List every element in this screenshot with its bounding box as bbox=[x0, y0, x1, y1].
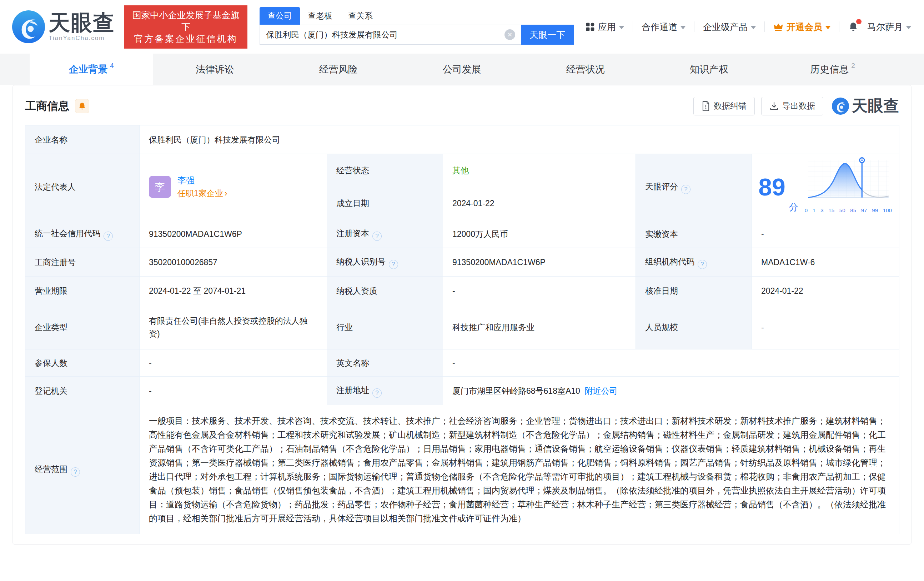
tab-label: 历史信息 bbox=[810, 63, 849, 76]
data-correction-label: 数据纠错 bbox=[714, 100, 747, 111]
insured-count-value: - bbox=[140, 349, 327, 377]
insured-count-label: 参保人数 bbox=[25, 349, 140, 377]
taxpayer-quality-value: - bbox=[443, 276, 636, 305]
business-term-value: 2024-01-22 至 2074-01-21 bbox=[140, 276, 327, 305]
username: 马尔萨月 bbox=[867, 21, 903, 33]
tab-intellectual-property[interactable]: 知识产权 bbox=[647, 54, 771, 85]
search-input-wrap: ✕ bbox=[259, 25, 521, 45]
notification-bell-button[interactable] bbox=[848, 22, 859, 32]
legal-rep-companies-link[interactable]: 任职1家企业 › bbox=[177, 188, 227, 199]
nav-divider bbox=[694, 22, 695, 32]
paid-capital-value: - bbox=[752, 220, 899, 248]
notification-dot bbox=[856, 19, 861, 24]
nav-vip-label: 开通会员 bbox=[787, 21, 822, 33]
taxpayer-id-value: 91350200MADA1C1W6P bbox=[443, 248, 636, 276]
certification-badge: 国家中小企业发展子基金旗下 官方备案企业征信机构 bbox=[124, 5, 248, 49]
nav-user-menu[interactable]: 马尔萨月 bbox=[867, 21, 911, 33]
company-tabbar: 企业背景 4 法律诉讼 经营风险 公司发展 经营状况 知识产权 历史信息 2 bbox=[0, 54, 924, 85]
page-header: 天眼查 TianYanCha.com 国家中小企业发展子基金旗下 官方备案企业征… bbox=[0, 0, 924, 54]
score-label-text: 天眼评分 bbox=[645, 182, 678, 191]
company-name-label: 企业名称 bbox=[25, 126, 140, 154]
tab-label: 经营风险 bbox=[319, 63, 358, 76]
nav-partner-channel[interactable]: 合作通道 bbox=[642, 21, 685, 33]
badge-line2: 官方备案企业征信机构 bbox=[129, 33, 243, 45]
tab-company-background[interactable]: 企业背景 4 bbox=[30, 54, 153, 85]
legal-rep-avatar[interactable]: 李 bbox=[149, 176, 171, 198]
legal-rep-cell: 李 李强 任职1家企业 › bbox=[140, 154, 327, 220]
approval-date-value: 2024-01-22 bbox=[752, 276, 899, 305]
nav-enterprise-products[interactable]: 企业级产品 bbox=[703, 21, 756, 33]
tab-label: 知识产权 bbox=[690, 63, 728, 76]
chevron-down-icon bbox=[619, 26, 624, 29]
reg-authority-value: - bbox=[140, 377, 327, 405]
tab-legal-litigation[interactable]: 法律诉讼 bbox=[153, 54, 277, 85]
staff-size-label: 人员规模 bbox=[636, 305, 752, 349]
help-icon[interactable]: ? bbox=[104, 232, 113, 241]
section-title: 工商信息 bbox=[25, 99, 69, 114]
tab-label: 法律诉讼 bbox=[196, 63, 234, 76]
reg-address-label: 注册地址? bbox=[327, 377, 443, 405]
tab-label: 企业背景 bbox=[69, 63, 107, 76]
tab-operational-risk[interactable]: 经营风险 bbox=[277, 54, 400, 85]
nearby-companies-link[interactable]: 附近公司 bbox=[585, 386, 618, 396]
bell-icon bbox=[78, 102, 86, 111]
org-code-label: 组织机构代码? bbox=[636, 248, 752, 276]
business-term-label: 营业期限 bbox=[25, 276, 140, 305]
data-correction-button[interactable]: 数据纠错 bbox=[693, 97, 755, 116]
export-data-button[interactable]: 导出数据 bbox=[761, 97, 823, 116]
tab-company-development[interactable]: 公司发展 bbox=[400, 54, 524, 85]
watermark-text: 天眼查 bbox=[852, 95, 899, 116]
score-value: 89 bbox=[758, 174, 785, 199]
tab-label: 经营状况 bbox=[566, 63, 605, 76]
score-axis-labels: 0131550859799100 bbox=[805, 204, 892, 217]
nav-enterprise-label: 企业级产品 bbox=[703, 21, 747, 33]
paid-capital-label: 实缴资本 bbox=[636, 220, 752, 248]
clear-search-icon[interactable]: ✕ bbox=[505, 29, 515, 40]
reg-authority-label: 登记机关 bbox=[25, 377, 140, 405]
reg-number-label: 工商注册号 bbox=[25, 248, 140, 276]
tianyancha-logo[interactable]: 天眼查 TianYanCha.com bbox=[12, 10, 115, 43]
tianyan-score-cell[interactable]: 89 分 bbox=[752, 154, 899, 220]
chevron-down-icon bbox=[680, 26, 685, 29]
help-icon[interactable]: ? bbox=[681, 185, 690, 194]
search-tab-relation[interactable]: 查关系 bbox=[340, 7, 381, 25]
monitor-bell-button[interactable] bbox=[75, 99, 89, 113]
business-scope-value: 一般项目：技术服务、技术开发、技术咨询、技术交流、技术转让、技术推广；社会经济咨… bbox=[140, 405, 899, 534]
tab-count: 4 bbox=[110, 62, 114, 70]
search-tab-boss[interactable]: 查老板 bbox=[300, 7, 340, 25]
help-icon[interactable]: ? bbox=[372, 388, 382, 398]
chevron-down-icon bbox=[825, 26, 830, 29]
tab-count: 2 bbox=[851, 62, 855, 70]
help-icon[interactable]: ? bbox=[389, 260, 398, 269]
download-icon bbox=[769, 101, 779, 111]
established-date-value: 2024-01-22 bbox=[443, 187, 636, 220]
english-name-label: 英文名称 bbox=[327, 349, 443, 377]
reg-number-value: 350200100026857 bbox=[140, 248, 327, 276]
document-alert-icon bbox=[701, 101, 710, 111]
header-nav: 应用 合作通道 企业级产品 开通会员 bbox=[586, 21, 911, 33]
credit-code-value: 91350200MADA1C1W6P bbox=[140, 220, 327, 248]
search-button[interactable]: 天眼一下 bbox=[521, 25, 574, 45]
approval-date-label: 核准日期 bbox=[636, 276, 752, 305]
legal-rep-name-link[interactable]: 李强 bbox=[177, 175, 227, 186]
tab-label: 公司发展 bbox=[443, 63, 481, 76]
staff-size-value: - bbox=[752, 305, 899, 349]
tab-history-info[interactable]: 历史信息 2 bbox=[771, 54, 894, 85]
tab-operating-status[interactable]: 经营状况 bbox=[524, 54, 647, 85]
industry-label: 行业 bbox=[327, 305, 443, 349]
business-info-card: 工商信息 数据纠错 导出数据 bbox=[13, 85, 911, 545]
watermark-logo: 天眼查 bbox=[832, 95, 899, 116]
nav-divider bbox=[633, 22, 633, 32]
search-input[interactable] bbox=[266, 30, 505, 40]
help-icon[interactable]: ? bbox=[71, 467, 80, 477]
apps-grid-icon bbox=[586, 22, 595, 31]
score-distribution-chart: 0131550859799100 bbox=[804, 157, 893, 217]
status-label: 经营状态 bbox=[327, 154, 443, 187]
nav-apps[interactable]: 应用 bbox=[586, 21, 624, 33]
help-icon[interactable]: ? bbox=[698, 260, 707, 269]
search-tab-company[interactable]: 查公司 bbox=[259, 7, 300, 25]
company-type-label: 企业类型 bbox=[25, 305, 140, 349]
help-icon[interactable]: ? bbox=[372, 232, 382, 241]
nav-open-vip[interactable]: 开通会员 bbox=[773, 21, 830, 33]
logo-subtitle: TianYanCha.com bbox=[49, 35, 115, 42]
